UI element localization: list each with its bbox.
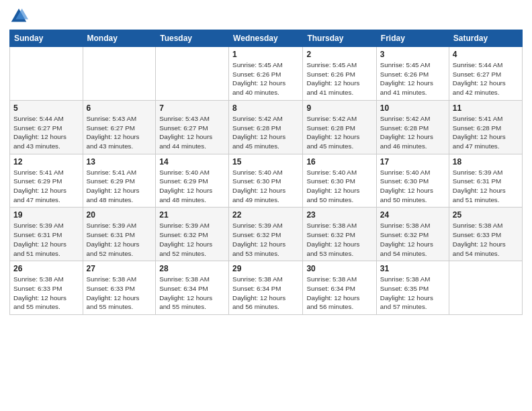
day-info: Sunrise: 5:39 AM Sunset: 6:32 PM Dayligh… — [159, 221, 225, 258]
calendar-cell: 30Sunrise: 5:38 AM Sunset: 6:34 PM Dayli… — [303, 261, 376, 315]
day-number: 26 — [13, 264, 79, 273]
day-number: 25 — [453, 210, 519, 220]
day-number: 1 — [232, 50, 299, 59]
day-number: 28 — [159, 264, 225, 273]
calendar-week-row: 26Sunrise: 5:38 AM Sunset: 6:33 PM Dayli… — [10, 261, 523, 315]
day-number: 10 — [380, 103, 445, 113]
day-info: Sunrise: 5:43 AM Sunset: 6:27 PM Dayligh… — [87, 114, 152, 151]
day-info: Sunrise: 5:42 AM Sunset: 6:28 PM Dayligh… — [306, 114, 372, 151]
day-number: 17 — [380, 157, 445, 167]
day-number: 5 — [13, 103, 79, 113]
day-info: Sunrise: 5:39 AM Sunset: 6:31 PM Dayligh… — [453, 168, 519, 205]
calendar-header-row: SundayMondayTuesdayWednesdayThursdayFrid… — [10, 30, 523, 47]
day-info: Sunrise: 5:38 AM Sunset: 6:33 PM Dayligh… — [13, 275, 79, 312]
day-info: Sunrise: 5:40 AM Sunset: 6:29 PM Dayligh… — [159, 168, 225, 205]
calendar-cell: 11Sunrise: 5:41 AM Sunset: 6:28 PM Dayli… — [449, 100, 522, 154]
day-info: Sunrise: 5:38 AM Sunset: 6:34 PM Dayligh… — [159, 275, 225, 312]
day-info: Sunrise: 5:43 AM Sunset: 6:27 PM Dayligh… — [159, 114, 225, 151]
day-info: Sunrise: 5:42 AM Sunset: 6:28 PM Dayligh… — [380, 114, 445, 151]
day-number: 19 — [13, 210, 79, 220]
day-info: Sunrise: 5:45 AM Sunset: 6:26 PM Dayligh… — [232, 60, 299, 97]
calendar-cell: 10Sunrise: 5:42 AM Sunset: 6:28 PM Dayli… — [376, 100, 449, 154]
calendar-day-header: Tuesday — [156, 30, 229, 47]
page-header — [9, 7, 523, 26]
calendar-cell: 20Sunrise: 5:39 AM Sunset: 6:31 PM Dayli… — [83, 208, 156, 261]
day-number: 13 — [87, 157, 152, 167]
calendar-week-row: 5Sunrise: 5:44 AM Sunset: 6:27 PM Daylig… — [10, 100, 523, 154]
day-number: 18 — [453, 157, 519, 167]
day-info: Sunrise: 5:42 AM Sunset: 6:28 PM Dayligh… — [232, 114, 299, 151]
day-info: Sunrise: 5:41 AM Sunset: 6:28 PM Dayligh… — [453, 114, 519, 151]
day-info: Sunrise: 5:45 AM Sunset: 6:26 PM Dayligh… — [306, 60, 372, 97]
calendar-day-header: Monday — [83, 30, 156, 47]
day-info: Sunrise: 5:44 AM Sunset: 6:27 PM Dayligh… — [453, 60, 519, 97]
calendar-cell: 12Sunrise: 5:41 AM Sunset: 6:29 PM Dayli… — [10, 154, 83, 208]
calendar-cell — [449, 261, 522, 315]
calendar-cell — [83, 47, 156, 101]
calendar-week-row: 12Sunrise: 5:41 AM Sunset: 6:29 PM Dayli… — [10, 154, 523, 208]
day-number: 22 — [232, 210, 299, 220]
day-info: Sunrise: 5:39 AM Sunset: 6:31 PM Dayligh… — [13, 221, 79, 258]
day-info: Sunrise: 5:45 AM Sunset: 6:26 PM Dayligh… — [380, 60, 445, 97]
calendar-cell: 27Sunrise: 5:38 AM Sunset: 6:33 PM Dayli… — [83, 261, 156, 315]
day-number: 16 — [306, 157, 372, 167]
calendar-cell: 15Sunrise: 5:40 AM Sunset: 6:30 PM Dayli… — [229, 154, 303, 208]
calendar-cell: 13Sunrise: 5:41 AM Sunset: 6:29 PM Dayli… — [83, 154, 156, 208]
day-info: Sunrise: 5:38 AM Sunset: 6:35 PM Dayligh… — [380, 275, 445, 312]
page-container: SundayMondayTuesdayWednesdayThursdayFrid… — [0, 0, 532, 322]
day-info: Sunrise: 5:38 AM Sunset: 6:32 PM Dayligh… — [380, 221, 445, 258]
day-info: Sunrise: 5:38 AM Sunset: 6:34 PM Dayligh… — [232, 275, 299, 312]
calendar-cell: 21Sunrise: 5:39 AM Sunset: 6:32 PM Dayli… — [156, 208, 229, 261]
calendar-cell: 23Sunrise: 5:38 AM Sunset: 6:32 PM Dayli… — [303, 208, 376, 261]
logo-icon — [9, 7, 28, 26]
calendar-cell: 31Sunrise: 5:38 AM Sunset: 6:35 PM Dayli… — [376, 261, 449, 315]
day-info: Sunrise: 5:39 AM Sunset: 6:31 PM Dayligh… — [87, 221, 152, 258]
day-number: 7 — [159, 103, 225, 113]
day-number: 12 — [13, 157, 79, 167]
day-info: Sunrise: 5:40 AM Sunset: 6:30 PM Dayligh… — [232, 168, 299, 205]
day-info: Sunrise: 5:39 AM Sunset: 6:32 PM Dayligh… — [232, 221, 299, 258]
day-number: 29 — [232, 264, 299, 273]
day-info: Sunrise: 5:38 AM Sunset: 6:32 PM Dayligh… — [306, 221, 372, 258]
calendar-week-row: 1Sunrise: 5:45 AM Sunset: 6:26 PM Daylig… — [10, 47, 523, 101]
day-number: 21 — [159, 210, 225, 220]
calendar-cell: 7Sunrise: 5:43 AM Sunset: 6:27 PM Daylig… — [156, 100, 229, 154]
calendar-cell: 1Sunrise: 5:45 AM Sunset: 6:26 PM Daylig… — [229, 47, 303, 101]
calendar-day-header: Wednesday — [229, 30, 303, 47]
day-number: 30 — [306, 264, 372, 273]
calendar-cell: 6Sunrise: 5:43 AM Sunset: 6:27 PM Daylig… — [83, 100, 156, 154]
day-info: Sunrise: 5:38 AM Sunset: 6:34 PM Dayligh… — [306, 275, 372, 312]
calendar-cell: 9Sunrise: 5:42 AM Sunset: 6:28 PM Daylig… — [303, 100, 376, 154]
day-number: 15 — [232, 157, 299, 167]
calendar-cell: 28Sunrise: 5:38 AM Sunset: 6:34 PM Dayli… — [156, 261, 229, 315]
logo — [9, 7, 31, 26]
day-number: 4 — [453, 50, 519, 59]
day-info: Sunrise: 5:38 AM Sunset: 6:33 PM Dayligh… — [87, 275, 152, 312]
calendar-cell: 2Sunrise: 5:45 AM Sunset: 6:26 PM Daylig… — [303, 47, 376, 101]
day-info: Sunrise: 5:41 AM Sunset: 6:29 PM Dayligh… — [87, 168, 152, 205]
calendar-cell: 19Sunrise: 5:39 AM Sunset: 6:31 PM Dayli… — [10, 208, 83, 261]
day-number: 9 — [306, 103, 372, 113]
day-number: 24 — [380, 210, 445, 220]
calendar-cell: 17Sunrise: 5:40 AM Sunset: 6:30 PM Dayli… — [376, 154, 449, 208]
day-info: Sunrise: 5:40 AM Sunset: 6:30 PM Dayligh… — [380, 168, 445, 205]
calendar-day-header: Sunday — [10, 30, 83, 47]
day-info: Sunrise: 5:40 AM Sunset: 6:30 PM Dayligh… — [306, 168, 372, 205]
day-number: 8 — [232, 103, 299, 113]
calendar-cell: 29Sunrise: 5:38 AM Sunset: 6:34 PM Dayli… — [229, 261, 303, 315]
calendar-cell: 5Sunrise: 5:44 AM Sunset: 6:27 PM Daylig… — [10, 100, 83, 154]
calendar-cell: 18Sunrise: 5:39 AM Sunset: 6:31 PM Dayli… — [449, 154, 522, 208]
calendar-cell: 4Sunrise: 5:44 AM Sunset: 6:27 PM Daylig… — [449, 47, 522, 101]
calendar-day-header: Thursday — [303, 30, 376, 47]
calendar-cell — [156, 47, 229, 101]
day-number: 3 — [380, 50, 445, 59]
day-number: 23 — [306, 210, 372, 220]
day-info: Sunrise: 5:38 AM Sunset: 6:33 PM Dayligh… — [453, 221, 519, 258]
day-info: Sunrise: 5:44 AM Sunset: 6:27 PM Dayligh… — [13, 114, 79, 151]
day-number: 14 — [159, 157, 225, 167]
calendar-cell: 26Sunrise: 5:38 AM Sunset: 6:33 PM Dayli… — [10, 261, 83, 315]
calendar-cell: 24Sunrise: 5:38 AM Sunset: 6:32 PM Dayli… — [376, 208, 449, 261]
calendar-cell: 3Sunrise: 5:45 AM Sunset: 6:26 PM Daylig… — [376, 47, 449, 101]
calendar-day-header: Saturday — [449, 30, 522, 47]
calendar-cell: 16Sunrise: 5:40 AM Sunset: 6:30 PM Dayli… — [303, 154, 376, 208]
